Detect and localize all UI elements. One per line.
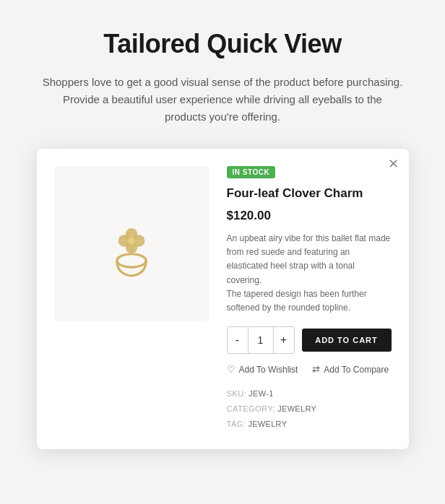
quantity-minus-button[interactable]: - <box>228 327 248 353</box>
compare-icon: ⇄ <box>312 364 320 375</box>
quick-view-modal: ✕ <box>37 149 409 449</box>
quantity-add-row: - + ADD TO CART <box>227 326 392 354</box>
add-to-cart-button[interactable]: ADD TO CART <box>302 329 392 352</box>
product-name: Four-leaf Clover Charm <box>227 186 392 201</box>
tag-row: TAG: JEWELRY <box>227 417 392 432</box>
sku-label: SKU: <box>227 389 247 398</box>
product-description: An upbeat airy vibe for this ballet flat… <box>227 232 392 315</box>
add-to-compare-button[interactable]: ⇄ Add To Compare <box>312 364 389 375</box>
tag-label: TAG: <box>227 420 246 428</box>
quantity-control: - + <box>227 326 295 354</box>
quantity-input[interactable] <box>248 327 274 353</box>
category-value: JEWELRY <box>277 404 316 413</box>
product-image <box>54 166 209 321</box>
page-description: Shoppers love to get a good visual sense… <box>42 74 403 126</box>
product-image-wrap <box>54 166 209 321</box>
sku-value: JEW-1 <box>249 389 273 398</box>
svg-point-6 <box>128 237 134 243</box>
heart-icon: ♡ <box>227 364 236 375</box>
add-to-wishlist-button[interactable]: ♡ Add To Wishlist <box>227 364 298 375</box>
modal-inner: IN STOCK Four-leaf Clover Charm $120.00 … <box>54 166 392 432</box>
stock-badge: IN STOCK <box>227 166 276 178</box>
product-details: IN STOCK Four-leaf Clover Charm $120.00 … <box>227 166 392 432</box>
category-label: CATEGORY: <box>227 404 276 413</box>
product-price: $120.00 <box>227 209 392 223</box>
sku-row: SKU: JEW-1 <box>227 386 392 401</box>
tag-value: JEWELRY <box>248 420 287 428</box>
product-meta: SKU: JEW-1 CATEGORY: JEWELRY TAG: JEWELR… <box>227 386 392 432</box>
wishlist-compare-row: ♡ Add To Wishlist ⇄ Add To Compare <box>227 364 392 375</box>
page-title: Tailored Quick View <box>103 29 341 59</box>
category-row: CATEGORY: JEWELRY <box>227 401 392 417</box>
svg-point-0 <box>117 253 146 266</box>
close-button[interactable]: ✕ <box>388 157 399 170</box>
quantity-plus-button[interactable]: + <box>274 327 294 353</box>
